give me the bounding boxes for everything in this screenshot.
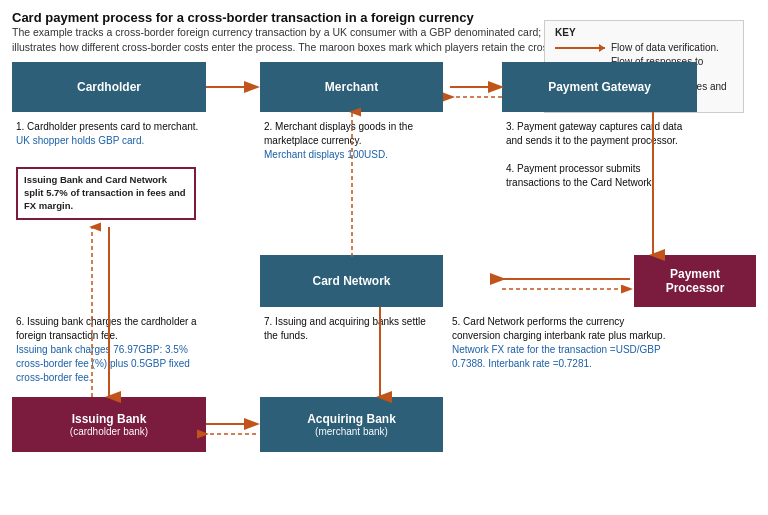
card-network-label: Card Network — [312, 274, 390, 288]
acquiring-bank-box: Acquiring Bank (merchant bank) — [260, 397, 443, 452]
step1-text: 1. Cardholder presents card to merchant.… — [16, 120, 201, 148]
step6-blue: Issuing bank charges 76.97GBP: 3.5% cros… — [16, 344, 190, 383]
merchant-box: Merchant — [260, 62, 443, 112]
payment-processor-box: PaymentProcessor — [634, 255, 756, 307]
key-title: KEY — [555, 27, 733, 38]
issuing-bank-sub: (cardholder bank) — [70, 426, 148, 437]
step5-blue: Network FX rate for the transaction =USD… — [452, 344, 661, 369]
key-label-solid: Flow of data verification. — [611, 42, 719, 53]
merchant-label: Merchant — [325, 80, 378, 94]
payment-gateway-box: Payment Gateway — [502, 62, 697, 112]
payment-processor-label: PaymentProcessor — [666, 267, 725, 295]
step5-label: 5. Card Network performs the currency co… — [452, 316, 665, 341]
diagram: Cardholder Merchant Payment Gateway 1. C… — [12, 62, 756, 462]
acquiring-bank-label: Acquiring Bank — [307, 412, 396, 426]
step1-blue: UK shopper holds GBP card. — [16, 135, 144, 146]
step1-label: 1. Cardholder presents card to merchant. — [16, 121, 198, 132]
step2-blue: Merchant displays 100USD. — [264, 149, 388, 160]
acquiring-bank-sub: (merchant bank) — [315, 426, 388, 437]
maroon-highlight-box: Issuing Bank and Card Network split 5.7%… — [16, 167, 196, 219]
card-network-box: Card Network — [260, 255, 443, 307]
step6-label: 6. Issuing bank charges the cardholder a… — [16, 316, 197, 341]
cardholder-label: Cardholder — [77, 80, 141, 94]
step7-label: 7. Issuing and acquiring banks settle th… — [264, 316, 426, 341]
step2-label: 2. Merchant displays goods in the market… — [264, 121, 413, 146]
step5-text: 5. Card Network performs the currency co… — [452, 315, 672, 371]
step6-text: 6. Issuing bank charges the cardholder a… — [16, 315, 201, 385]
issuing-bank-label: Issuing Bank — [72, 412, 147, 426]
key-row-solid: Flow of data verification. — [555, 42, 733, 53]
step4-label: 4. Payment processor submits transaction… — [506, 163, 654, 188]
solid-arrow-icon — [555, 47, 605, 49]
step3-label: 3. Payment gateway captures card data an… — [506, 121, 682, 146]
cardholder-box: Cardholder — [12, 62, 206, 112]
step3-text: 3. Payment gateway captures card data an… — [506, 120, 694, 190]
issuing-bank-box: Issuing Bank (cardholder bank) — [12, 397, 206, 452]
step2-text: 2. Merchant displays goods in the market… — [264, 120, 439, 162]
payment-gateway-label: Payment Gateway — [548, 80, 651, 94]
maroon-box-text: Issuing Bank and Card Network split 5.7%… — [24, 174, 186, 211]
step7-text: 7. Issuing and acquiring banks settle th… — [264, 315, 439, 343]
